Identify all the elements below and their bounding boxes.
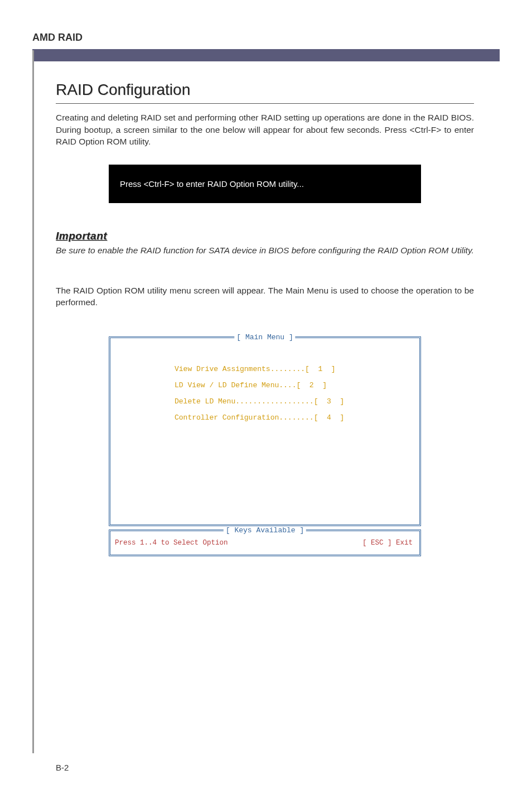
- post-paragraph: The RAID Option ROM utility menu screen …: [56, 285, 474, 309]
- intro-paragraph: Creating and deleting RAID set and perfo…: [56, 112, 474, 148]
- bios-screenshot: [ Main Menu ] View Drive Assignments....…: [109, 336, 421, 556]
- bootup-prompt-text: Press <Ctrl-F> to enter RAID Option ROM …: [120, 179, 304, 189]
- left-border-rule: [32, 50, 34, 753]
- page-title: RAID Configuration: [56, 81, 474, 104]
- bios-main-menu-box: [ Main Menu ] View Drive Assignments....…: [109, 336, 421, 526]
- bios-keys-left-hint: Press 1..4 to Select Option: [115, 539, 228, 547]
- bios-keys-title: [ Keys Available ]: [224, 526, 306, 535]
- bios-menu-item-view-drives[interactable]: View Drive Assignments........[ 1 ]: [175, 365, 419, 373]
- important-label: Important: [56, 230, 474, 242]
- bootup-prompt-box: Press <Ctrl-F> to enter RAID Option ROM …: [109, 165, 421, 203]
- bios-keys-right-hint: [ ESC ] Exit: [362, 539, 413, 547]
- bios-menu-item-delete-ld[interactable]: Delete LD Menu..................[ 3 ]: [175, 397, 419, 406]
- page-number: B-2: [56, 763, 69, 772]
- header-section-title: AMD RAID: [32, 32, 83, 44]
- bios-keys-box: [ Keys Available ] Press 1..4 to Select …: [109, 530, 421, 556]
- important-paragraph: Be sure to enable the RAID function for …: [56, 244, 474, 257]
- page-container: AMD RAID RAID Configuration Creating and…: [0, 0, 532, 799]
- header-bar: [32, 49, 500, 61]
- bios-main-menu-title: [ Main Menu ]: [234, 333, 295, 341]
- bios-menu-item-ld-view[interactable]: LD View / LD Define Menu....[ 2 ]: [175, 381, 419, 389]
- bios-menu-item-controller-config[interactable]: Controller Configuration........[ 4 ]: [175, 413, 419, 422]
- content-area: RAID Configuration Creating and deleting…: [56, 81, 474, 556]
- bios-menu-list: View Drive Assignments........[ 1 ] LD V…: [110, 338, 419, 422]
